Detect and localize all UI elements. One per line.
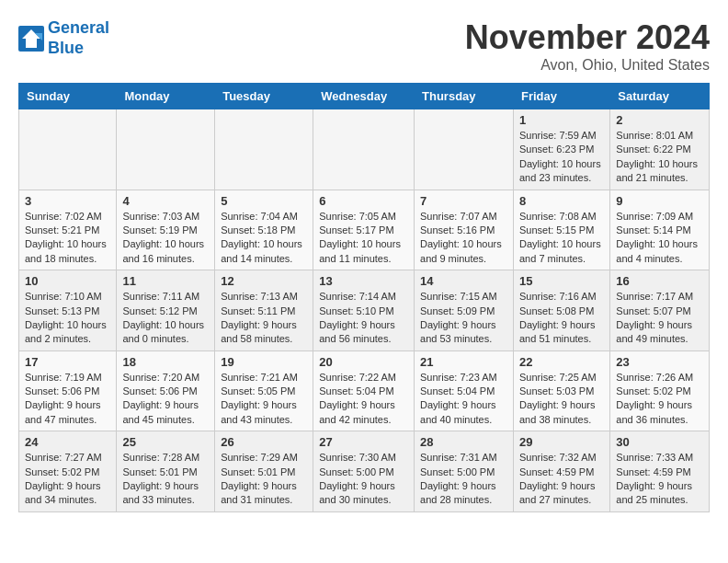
day-number: 28: [420, 435, 507, 449]
calendar-cell: 7Sunrise: 7:07 AM Sunset: 5:16 PM Daylig…: [415, 190, 514, 270]
calendar-cell: 15Sunrise: 7:16 AM Sunset: 5:08 PM Dayli…: [513, 270, 609, 351]
calendar-cell: 13Sunrise: 7:14 AM Sunset: 5:10 PM Dayli…: [313, 270, 415, 351]
calendar-cell: 29Sunrise: 7:32 AM Sunset: 4:59 PM Dayli…: [513, 431, 609, 512]
page-header: General Blue November 2024 Avon, Ohio, U…: [18, 18, 710, 74]
day-number: 29: [519, 435, 604, 449]
day-info: Sunrise: 7:04 AM Sunset: 5:18 PM Dayligh…: [221, 210, 307, 267]
calendar-cell: 5Sunrise: 7:04 AM Sunset: 5:18 PM Daylig…: [215, 190, 313, 270]
calendar-cell: 25Sunrise: 7:28 AM Sunset: 5:01 PM Dayli…: [117, 431, 215, 512]
day-number: 14: [420, 274, 507, 288]
title-block: November 2024 Avon, Ohio, United States: [465, 18, 710, 74]
day-info: Sunrise: 7:02 AM Sunset: 5:21 PM Dayligh…: [25, 210, 110, 267]
day-number: 13: [319, 274, 408, 288]
day-header-monday: Monday: [117, 84, 215, 109]
logo: General Blue: [18, 18, 109, 58]
day-number: 12: [221, 274, 307, 288]
day-number: 7: [420, 194, 507, 208]
day-number: 11: [122, 274, 209, 288]
calendar-table: SundayMondayTuesdayWednesdayThursdayFrid…: [18, 83, 710, 512]
calendar-cell: 9Sunrise: 7:09 AM Sunset: 5:14 PM Daylig…: [610, 190, 710, 270]
day-number: 27: [319, 435, 408, 449]
location: Avon, Ohio, United States: [465, 57, 710, 74]
day-info: Sunrise: 7:08 AM Sunset: 5:15 PM Dayligh…: [519, 210, 604, 267]
calendar-cell: 8Sunrise: 7:08 AM Sunset: 5:15 PM Daylig…: [513, 190, 609, 270]
day-number: 17: [25, 355, 110, 369]
calendar-cell: 1Sunrise: 7:59 AM Sunset: 6:23 PM Daylig…: [513, 109, 609, 190]
day-number: 5: [221, 194, 307, 208]
calendar-cell: 19Sunrise: 7:21 AM Sunset: 5:05 PM Dayli…: [215, 350, 313, 431]
day-info: Sunrise: 7:20 AM Sunset: 5:06 PM Dayligh…: [122, 371, 209, 428]
day-info: Sunrise: 7:33 AM Sunset: 4:59 PM Dayligh…: [616, 451, 703, 508]
calendar-cell: 6Sunrise: 7:05 AM Sunset: 5:17 PM Daylig…: [313, 190, 415, 270]
calendar-header-row: SundayMondayTuesdayWednesdayThursdayFrid…: [19, 84, 710, 109]
day-info: Sunrise: 7:21 AM Sunset: 5:05 PM Dayligh…: [221, 371, 307, 428]
day-info: Sunrise: 7:27 AM Sunset: 5:02 PM Dayligh…: [25, 451, 110, 508]
day-number: 19: [221, 355, 307, 369]
day-number: 18: [122, 355, 209, 369]
calendar-cell: [215, 109, 313, 190]
day-info: Sunrise: 7:11 AM Sunset: 5:12 PM Dayligh…: [122, 290, 209, 347]
day-info: Sunrise: 7:14 AM Sunset: 5:10 PM Dayligh…: [319, 290, 408, 347]
day-info: Sunrise: 7:07 AM Sunset: 5:16 PM Dayligh…: [420, 210, 507, 267]
calendar-week-3: 10Sunrise: 7:10 AM Sunset: 5:13 PM Dayli…: [19, 270, 710, 351]
calendar-cell: [117, 109, 215, 190]
day-number: 21: [420, 355, 507, 369]
calendar-cell: 28Sunrise: 7:31 AM Sunset: 5:00 PM Dayli…: [415, 431, 514, 512]
calendar-cell: 18Sunrise: 7:20 AM Sunset: 5:06 PM Dayli…: [117, 350, 215, 431]
calendar-cell: [19, 109, 117, 190]
day-number: 6: [319, 194, 408, 208]
calendar-cell: 3Sunrise: 7:02 AM Sunset: 5:21 PM Daylig…: [19, 190, 117, 270]
day-info: Sunrise: 7:05 AM Sunset: 5:17 PM Dayligh…: [319, 210, 408, 267]
day-header-tuesday: Tuesday: [215, 84, 313, 109]
day-info: Sunrise: 7:30 AM Sunset: 5:00 PM Dayligh…: [319, 451, 408, 508]
calendar-cell: 2Sunrise: 8:01 AM Sunset: 6:22 PM Daylig…: [610, 109, 710, 190]
calendar-cell: 23Sunrise: 7:26 AM Sunset: 5:02 PM Dayli…: [610, 350, 710, 431]
calendar-cell: 26Sunrise: 7:29 AM Sunset: 5:01 PM Dayli…: [215, 431, 313, 512]
day-number: 20: [319, 355, 408, 369]
day-number: 9: [616, 194, 703, 208]
calendar-cell: [313, 109, 415, 190]
logo-line1: General: [48, 18, 109, 37]
day-info: Sunrise: 7:13 AM Sunset: 5:11 PM Dayligh…: [221, 290, 307, 347]
day-header-saturday: Saturday: [610, 84, 710, 109]
day-info: Sunrise: 7:59 AM Sunset: 6:23 PM Dayligh…: [519, 129, 604, 186]
day-number: 26: [221, 435, 307, 449]
calendar-week-1: 1Sunrise: 7:59 AM Sunset: 6:23 PM Daylig…: [19, 109, 710, 190]
logo-line2: Blue: [48, 39, 84, 57]
day-header-sunday: Sunday: [19, 84, 117, 109]
calendar-cell: 10Sunrise: 7:10 AM Sunset: 5:13 PM Dayli…: [19, 270, 117, 351]
calendar-week-2: 3Sunrise: 7:02 AM Sunset: 5:21 PM Daylig…: [19, 190, 710, 270]
day-info: Sunrise: 7:15 AM Sunset: 5:09 PM Dayligh…: [420, 290, 507, 347]
day-number: 22: [519, 355, 604, 369]
day-info: Sunrise: 7:09 AM Sunset: 5:14 PM Dayligh…: [616, 210, 703, 267]
calendar-cell: 12Sunrise: 7:13 AM Sunset: 5:11 PM Dayli…: [215, 270, 313, 351]
calendar-cell: 24Sunrise: 7:27 AM Sunset: 5:02 PM Dayli…: [19, 431, 117, 512]
calendar-cell: [415, 109, 514, 190]
day-number: 4: [122, 194, 209, 208]
logo-text: General Blue: [48, 18, 109, 58]
calendar-cell: 14Sunrise: 7:15 AM Sunset: 5:09 PM Dayli…: [415, 270, 514, 351]
logo-icon: [18, 26, 44, 52]
day-number: 24: [25, 435, 110, 449]
day-number: 10: [25, 274, 110, 288]
day-header-thursday: Thursday: [415, 84, 514, 109]
calendar-cell: 11Sunrise: 7:11 AM Sunset: 5:12 PM Dayli…: [117, 270, 215, 351]
calendar-cell: 30Sunrise: 7:33 AM Sunset: 4:59 PM Dayli…: [610, 431, 710, 512]
day-info: Sunrise: 7:19 AM Sunset: 5:06 PM Dayligh…: [25, 371, 110, 428]
day-info: Sunrise: 7:22 AM Sunset: 5:04 PM Dayligh…: [319, 371, 408, 428]
calendar-cell: 22Sunrise: 7:25 AM Sunset: 5:03 PM Dayli…: [513, 350, 609, 431]
calendar-cell: 27Sunrise: 7:30 AM Sunset: 5:00 PM Dayli…: [313, 431, 415, 512]
day-info: Sunrise: 7:32 AM Sunset: 4:59 PM Dayligh…: [519, 451, 604, 508]
day-info: Sunrise: 7:25 AM Sunset: 5:03 PM Dayligh…: [519, 371, 604, 428]
day-info: Sunrise: 7:23 AM Sunset: 5:04 PM Dayligh…: [420, 371, 507, 428]
day-info: Sunrise: 7:29 AM Sunset: 5:01 PM Dayligh…: [221, 451, 307, 508]
calendar-cell: 21Sunrise: 7:23 AM Sunset: 5:04 PM Dayli…: [415, 350, 514, 431]
day-header-wednesday: Wednesday: [313, 84, 415, 109]
calendar-cell: 17Sunrise: 7:19 AM Sunset: 5:06 PM Dayli…: [19, 350, 117, 431]
day-number: 8: [519, 194, 604, 208]
day-info: Sunrise: 8:01 AM Sunset: 6:22 PM Dayligh…: [616, 129, 703, 186]
day-number: 3: [25, 194, 110, 208]
month-title: November 2024: [465, 18, 710, 57]
calendar-cell: 4Sunrise: 7:03 AM Sunset: 5:19 PM Daylig…: [117, 190, 215, 270]
calendar-cell: 16Sunrise: 7:17 AM Sunset: 5:07 PM Dayli…: [610, 270, 710, 351]
